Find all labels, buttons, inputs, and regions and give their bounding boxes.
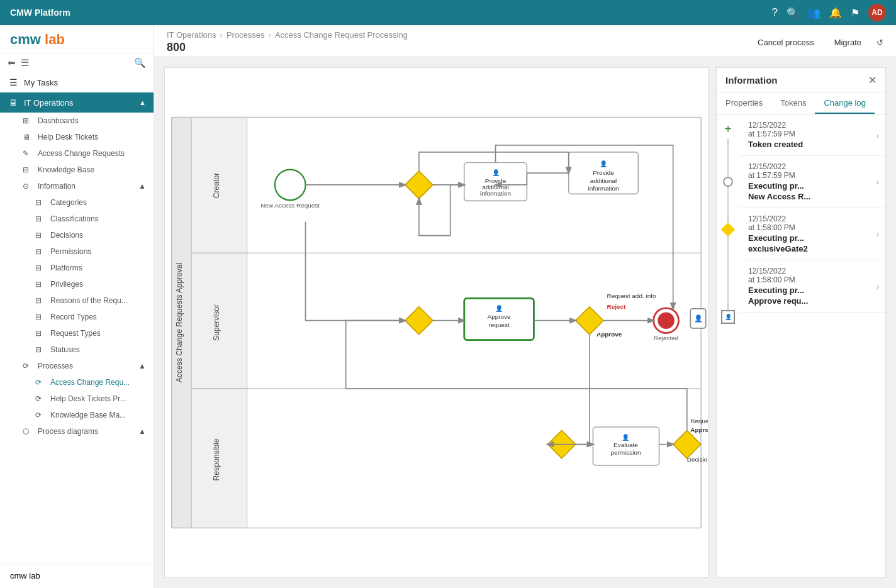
changelog-title-1: Executing pr...	[748, 181, 876, 191]
request-types-icon: ⊟	[35, 329, 45, 338]
sidebar-item-it-operations[interactable]: 🖥 IT Operations ▲	[0, 92, 154, 113]
svg-text:Creator: Creator	[212, 173, 221, 199]
start-event[interactable]	[275, 170, 306, 201]
sidebar-item-categories[interactable]: ⊟ Categories	[33, 194, 154, 211]
changelog-chevron-2: ›	[876, 230, 879, 239]
end-event-inner	[658, 312, 675, 329]
svg-text:Supervisor: Supervisor	[212, 304, 221, 341]
kbm-icon: ⟳	[35, 411, 45, 419]
info-panel: Information ✕ Properties Tokens Change l…	[716, 67, 886, 578]
sidebar-controls: ⬅ ☰ 🔍	[0, 53, 154, 72]
sidebar-item-statuses[interactable]: ⊟ Statuses	[33, 341, 154, 358]
info-chevron: ▲	[138, 182, 146, 191]
info-panel-close[interactable]: ✕	[868, 74, 876, 86]
information-subitems: ⊟ Categories ⊟ Classifications ⊟ Decisio…	[0, 194, 154, 358]
help-icon[interactable]: ?	[772, 6, 778, 19]
svg-text:👤: 👤	[622, 433, 630, 441]
sidebar-item-information[interactable]: ⊙ Information ▲	[0, 178, 154, 194]
flag-icon[interactable]: ⚑	[851, 7, 860, 19]
processes-label: Processes	[38, 362, 73, 370]
diagram-container: Access Change Requests Approval Creator …	[154, 57, 896, 588]
svg-text:Request add. Info: Request add. Info	[690, 418, 708, 424]
sidebar-item-permissions[interactable]: ⊟ Permissions	[33, 243, 154, 260]
changelog-subtitle-2: exclusiveGate2	[748, 244, 876, 253]
search-icon[interactable]: 🔍	[787, 7, 799, 19]
diagrams-icon: ⬡	[23, 427, 33, 436]
svg-text:Request add. info: Request add. info	[607, 292, 656, 299]
sidebar-item-processes[interactable]: ⟳ Processes ▲	[0, 358, 154, 374]
timeline-box: 👤	[721, 310, 735, 324]
helpdesk-icon: 🖥	[23, 133, 33, 141]
user-avatar[interactable]: AD	[868, 4, 886, 21]
svg-text:permission: permission	[610, 449, 641, 456]
sidebar-item-request-types[interactable]: ⊟ Request Types	[33, 325, 154, 341]
changelog-title-0: Token created	[748, 140, 876, 149]
it-ops-label: IT Operations	[24, 98, 74, 108]
tab-changelog[interactable]: Change log	[815, 93, 875, 114]
processes-icon: ⟳	[23, 362, 33, 370]
changelog-item-2[interactable]: 12/15/2022 at 1:58:00 PM Executing pr...…	[739, 208, 885, 260]
footer-logo-cmw: cmw	[10, 571, 29, 580]
svg-text:Provide: Provide	[593, 169, 614, 176]
sidebar-item-my-tasks[interactable]: ☰ My Tasks	[0, 72, 154, 92]
changelog-title-3: Executing pr...	[748, 286, 876, 295]
migrate-button[interactable]: Migrate	[829, 35, 866, 50]
sidebar-item-knowledge-base[interactable]: ⊟ Knowledge Base	[0, 162, 154, 178]
sidebar-item-kb-ma[interactable]: ⟳ Knowledge Base Ma...	[33, 407, 154, 423]
changelog-time-1: at 1:57:59 PM	[748, 171, 876, 180]
cancel-process-button[interactable]: Cancel process	[753, 35, 819, 50]
sidebar-item-decisions[interactable]: ⊟ Decisions	[33, 227, 154, 243]
tasks-icon: ☰	[8, 77, 19, 87]
sidebar-search-icon[interactable]: 🔍	[134, 57, 146, 69]
changelog-time-3: at 1:58:00 PM	[748, 275, 876, 284]
processes-subitems: ⟳ Access Change Requ... ⟳ Help Desk Tick…	[0, 374, 154, 423]
access-label: Access Change Requests	[38, 149, 125, 158]
bell-icon[interactable]: 🔔	[829, 7, 842, 19]
sidebar-item-platforms[interactable]: ⊟ Platforms	[33, 260, 154, 276]
sidebar-item-helpdesk-pr[interactable]: ⟳ Help Desk Tickets Pr...	[33, 391, 154, 407]
sidebar-item-classifications[interactable]: ⊟ Classifications	[33, 211, 154, 227]
sidebar-item-helpdesk[interactable]: 🖥 Help Desk Tickets	[0, 129, 154, 145]
sidebar-collapse-icon[interactable]: ⬅	[8, 57, 16, 69]
sidebar-item-access-change-req[interactable]: ⟳ Access Change Requ...	[33, 374, 154, 391]
classifications-icon: ⊟	[35, 214, 45, 223]
svg-text:New Access Request: New Access Request	[260, 202, 320, 209]
users-icon[interactable]: 👥	[808, 7, 820, 19]
sidebar-item-process-diagrams[interactable]: ⬡ Process diagrams ▲	[0, 423, 154, 440]
sidebar-item-reasons[interactable]: ⊟ Reasons of the Requ...	[33, 292, 154, 309]
statuses-icon: ⊟	[35, 345, 45, 354]
topbar-icons: ? 🔍 👥 🔔 ⚑ AD	[772, 4, 886, 21]
sidebar-nav: ☰ My Tasks 🖥 IT Operations ▲ ⊞ Dashboard…	[0, 72, 154, 563]
processes-chevron: ▲	[138, 362, 146, 370]
breadcrumb-separator-0: ›	[220, 30, 223, 40]
record-types-icon: ⊟	[35, 313, 45, 321]
svg-text:Rejected: Rejected	[654, 335, 678, 341]
changelog-container: + 👤 12/15/2022 at 1:5	[717, 114, 885, 577]
diagram-canvas[interactable]: Access Change Requests Approval Creator …	[164, 67, 708, 578]
breadcrumb-item-1[interactable]: Processes	[227, 30, 265, 40]
info-label: Information	[38, 182, 76, 191]
svg-text:👤: 👤	[492, 169, 500, 177]
changelog: 12/15/2022 at 1:57:59 PM Token created ›…	[739, 114, 885, 577]
tab-properties[interactable]: Properties	[717, 93, 771, 114]
breadcrumb-item-0[interactable]: IT Operations	[167, 30, 216, 40]
tab-tokens[interactable]: Tokens	[771, 93, 815, 114]
sidebar-item-record-types[interactable]: ⊟ Record Types	[33, 309, 154, 325]
sidebar-item-access-change[interactable]: ✎ Access Change Requests	[0, 145, 154, 162]
topbar-title: CMW Platform	[10, 8, 70, 18]
kb-icon: ⊟	[23, 165, 33, 174]
sidebar-item-dashboards[interactable]: ⊞ Dashboards	[0, 113, 154, 129]
history-icon[interactable]: ↺	[876, 38, 883, 47]
logo-lab: lab	[45, 31, 65, 47]
svg-text:Approve: Approve	[690, 426, 708, 433]
svg-text:request: request	[488, 321, 509, 328]
breadcrumb-item-2[interactable]: Access Change Request Processing	[275, 30, 408, 40]
sidebar-item-privileges[interactable]: ⊟ Privileges	[33, 276, 154, 292]
changelog-item-0[interactable]: 12/15/2022 at 1:57:59 PM Token created ›	[739, 114, 885, 156]
sidebar-menu-icon[interactable]: ☰	[21, 57, 29, 69]
svg-text:👤: 👤	[694, 314, 703, 323]
platforms-icon: ⊟	[35, 263, 45, 272]
changelog-item-3[interactable]: 12/15/2022 at 1:58:00 PM Executing pr...…	[739, 260, 885, 313]
svg-text:Evaluate: Evaluate	[613, 441, 638, 448]
changelog-item-1[interactable]: 12/15/2022 at 1:57:59 PM Executing pr...…	[739, 156, 885, 208]
